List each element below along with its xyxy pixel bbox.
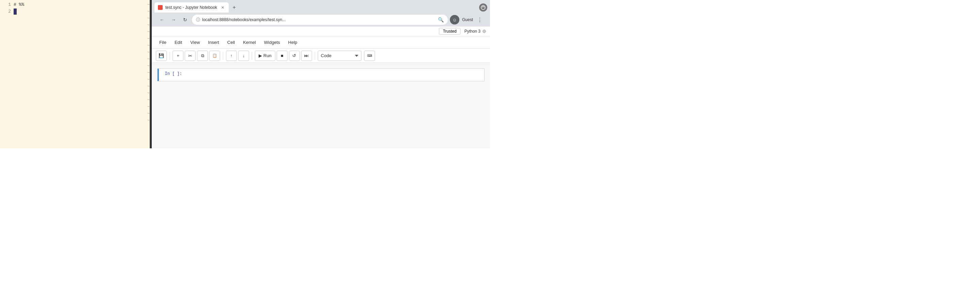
address-bar[interactable]: ⓘ localhost:8888/notebooks/examples/test… bbox=[192, 14, 448, 25]
tilde-7: ~ bbox=[147, 42, 150, 49]
copy-icon: ⧉ bbox=[201, 53, 204, 59]
toolbar-sep-4 bbox=[315, 52, 315, 60]
tilde-3: ~ bbox=[147, 15, 150, 22]
tilde-6: ~ bbox=[147, 35, 150, 42]
tab-bar: test.sync - Jupyter Notebook ✕ + bbox=[154, 2, 487, 13]
tilde-4: ~ bbox=[147, 22, 150, 29]
tab-title: test.sync - Jupyter Notebook bbox=[165, 5, 217, 10]
keyboard-icon: ⌨ bbox=[367, 54, 372, 57]
jupyter-header-right: Trusted Python 3 bbox=[439, 28, 486, 35]
tilde-14: ~ bbox=[147, 90, 150, 97]
tab-close-button[interactable]: ✕ bbox=[220, 5, 225, 10]
cut-button[interactable]: ✂ bbox=[185, 51, 196, 61]
stop-button[interactable]: ■ bbox=[277, 51, 288, 61]
menu-cell[interactable]: Cell bbox=[224, 38, 238, 46]
trusted-button[interactable]: Trusted bbox=[439, 28, 460, 35]
cut-icon: ✂ bbox=[188, 53, 192, 59]
copy-button[interactable]: ⧉ bbox=[197, 51, 208, 61]
code-cell[interactable]: In [ ]: bbox=[157, 68, 485, 81]
cell-input[interactable] bbox=[186, 69, 484, 81]
toolbar-sep-3 bbox=[252, 52, 252, 60]
restart-run-all-button[interactable]: ⏭ bbox=[301, 51, 312, 61]
menu-widgets[interactable]: Widgets bbox=[261, 38, 283, 46]
active-tab[interactable]: test.sync - Jupyter Notebook ✕ bbox=[154, 2, 229, 13]
jupyter-menu-bar: File Edit View Insert Cell Kernel Widget… bbox=[152, 37, 490, 49]
tilde-15: ~ bbox=[147, 97, 150, 103]
restart-icon: ↺ bbox=[292, 53, 296, 58]
forward-button[interactable]: → bbox=[169, 15, 178, 24]
editor-line-1: # %% bbox=[14, 2, 143, 8]
paste-button[interactable]: 📋 bbox=[209, 51, 220, 61]
refresh-icon: ↻ bbox=[183, 17, 187, 22]
browser-menu-button[interactable]: ⋮ bbox=[475, 15, 485, 24]
restart-button[interactable]: ↺ bbox=[289, 51, 300, 61]
menu-file[interactable]: File bbox=[156, 38, 170, 46]
menu-view[interactable]: View bbox=[187, 38, 203, 46]
tilde-17: ~ bbox=[147, 110, 150, 117]
move-down-button[interactable]: ↓ bbox=[238, 51, 249, 61]
save-icon: 💾 bbox=[159, 53, 164, 58]
cell-inner: In [ ]: bbox=[159, 69, 484, 81]
user-avatar-icon: ☺ bbox=[452, 17, 457, 22]
tilde-2: ~ bbox=[147, 8, 150, 15]
browser-chrome: test.sync - Jupyter Notebook ✕ + ← → ↻ ⓘ… bbox=[152, 0, 490, 27]
kernel-label: Python 3 bbox=[465, 29, 480, 34]
cell-type-select[interactable]: Code Markdown Raw NBConvert Heading bbox=[318, 51, 361, 61]
browser-panel: test.sync - Jupyter Notebook ✕ + ← → ↻ ⓘ… bbox=[152, 0, 490, 148]
forward-icon: → bbox=[171, 17, 176, 22]
tilde-12: ~ bbox=[147, 76, 150, 83]
run-button[interactable]: ▶ Run bbox=[255, 51, 275, 61]
tilde-8: ~ bbox=[147, 49, 150, 56]
jupyter-header: Trusted Python 3 bbox=[152, 27, 490, 37]
line-numbers: 1 2 bbox=[0, 0, 12, 148]
add-cell-button[interactable]: + bbox=[172, 51, 183, 61]
search-icon: 🔍 bbox=[438, 17, 444, 22]
nav-bar: ← → ↻ ⓘ localhost:8888/notebooks/example… bbox=[154, 13, 487, 27]
kernel-info: Python 3 bbox=[465, 29, 486, 34]
editor-text-area[interactable]: # %% bbox=[12, 0, 144, 148]
tilde-13: ~ bbox=[147, 83, 150, 90]
address-text: localhost:8888/notebooks/examples/test.s… bbox=[202, 17, 436, 22]
keyboard-shortcuts-button[interactable]: ⌨ bbox=[364, 51, 375, 61]
tilde-11: ~ bbox=[147, 70, 150, 76]
run-icon: ▶ bbox=[259, 53, 262, 58]
browser-settings-icon[interactable] bbox=[479, 3, 487, 11]
jupyter-page: Trusted Python 3 File Edit View Insert C… bbox=[152, 27, 490, 148]
cell-prompt: In [ ]: bbox=[159, 69, 186, 79]
fast-forward-icon: ⏭ bbox=[304, 53, 309, 58]
tilde-5: ~ bbox=[147, 29, 150, 35]
stop-icon: ■ bbox=[281, 53, 283, 58]
cursor bbox=[14, 8, 17, 14]
back-button[interactable]: ← bbox=[157, 15, 167, 24]
user-avatar[interactable]: ☺ bbox=[450, 15, 460, 24]
line1-text: # %% bbox=[14, 2, 24, 8]
run-label: Run bbox=[263, 53, 272, 58]
editor-line-2 bbox=[14, 8, 143, 15]
back-icon: ← bbox=[159, 17, 164, 22]
tilde-lines: ~ ~ ~ ~ ~ ~ ~ ~ ~ ~ ~ ~ ~ ~ ~ ~ ~ ~ bbox=[144, 0, 150, 148]
lock-icon: ⓘ bbox=[196, 17, 200, 23]
menu-insert[interactable]: Insert bbox=[205, 38, 223, 46]
jupyter-toolbar: 💾 + ✂ ⧉ 📋 ↑ ↓ ▶ bbox=[152, 49, 490, 63]
tilde-18: ~ bbox=[147, 117, 150, 124]
new-tab-button[interactable]: + bbox=[229, 3, 239, 12]
menu-help[interactable]: Help bbox=[285, 38, 301, 46]
refresh-button[interactable]: ↻ bbox=[180, 15, 190, 24]
save-button[interactable]: 💾 bbox=[156, 51, 167, 61]
menu-kernel[interactable]: Kernel bbox=[240, 38, 259, 46]
menu-edit[interactable]: Edit bbox=[171, 38, 185, 46]
editor-panel: 1 2 # %% ~ ~ ~ ~ ~ ~ ~ ~ ~ ~ ~ ~ ~ ~ ~ bbox=[0, 0, 150, 148]
tilde-10: ~ bbox=[147, 63, 150, 70]
toolbar-sep-2 bbox=[223, 52, 223, 60]
tab-favicon bbox=[158, 5, 163, 10]
kernel-status-dot bbox=[482, 30, 486, 33]
move-down-icon: ↓ bbox=[243, 53, 245, 58]
user-area: ☺ Guest bbox=[450, 15, 473, 24]
add-icon: + bbox=[177, 53, 179, 58]
notebook-area[interactable]: In [ ]: bbox=[152, 63, 490, 148]
tilde-1: ~ bbox=[147, 2, 150, 8]
move-up-icon: ↑ bbox=[231, 53, 233, 58]
paste-icon: 📋 bbox=[212, 53, 217, 58]
toolbar-sep-1 bbox=[169, 52, 170, 60]
move-up-button[interactable]: ↑ bbox=[226, 51, 237, 61]
